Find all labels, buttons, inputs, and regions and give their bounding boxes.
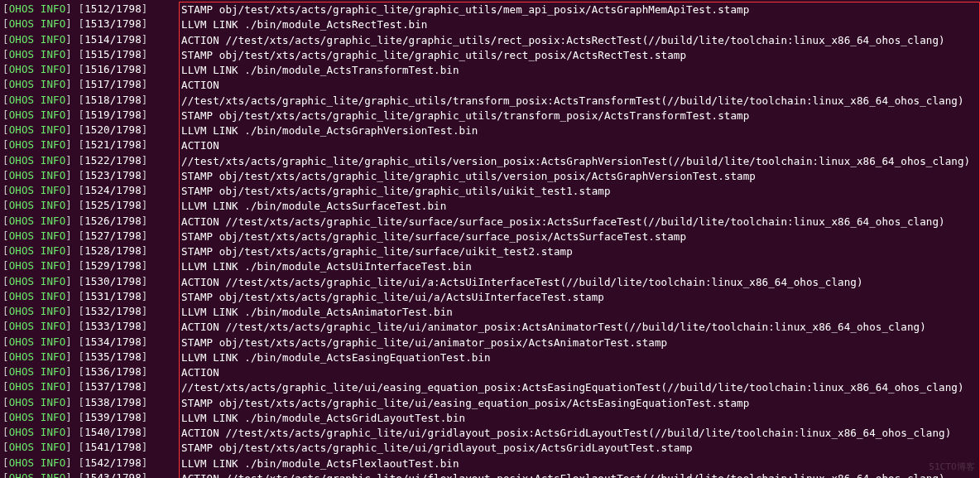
step-counter: 1541/1798 [84, 441, 142, 453]
bracket: ] [65, 426, 78, 438]
bracket: ] [65, 471, 78, 478]
bracket: ] [142, 350, 148, 363]
log-message: STAMP obj/test/xts/acts/graphic_lite/gra… [181, 49, 686, 61]
log-message: ACTION //test/xts/acts/graphic_lite/ui/f… [181, 472, 945, 478]
log-message: ACTION //test/xts/acts/graphic_lite/ui/a… [181, 276, 863, 288]
log-level: OHOS INFO [9, 244, 66, 257]
log-level: OHOS INFO [9, 48, 66, 60]
bracket: [ [2, 229, 9, 242]
bracket: [ [2, 78, 9, 90]
log-message: LLVM LINK ./bin/module_ActsGridLayoutTes… [181, 412, 465, 424]
bracket: [ [2, 290, 9, 302]
bracket: ] [65, 154, 78, 167]
bracket: ] [65, 215, 78, 227]
bracket: [ [2, 456, 9, 469]
log-message: STAMP obj/test/xts/acts/graphic_lite/ui/… [181, 291, 604, 303]
bracket: [ [2, 441, 9, 453]
log-message: ACTION //test/xts/acts/graphic_lite/grap… [181, 139, 970, 167]
step-counter: 1528/1798 [84, 244, 142, 257]
log-level: OHOS INFO [9, 411, 66, 423]
bracket: ] [65, 350, 78, 363]
step-counter: 1536/1798 [84, 365, 142, 378]
log-message: STAMP obj/test/xts/acts/graphic_lite/ui/… [181, 336, 667, 349]
step-counter: 1525/1798 [84, 199, 142, 211]
bracket: [ [2, 199, 9, 211]
bracket: ] [142, 48, 148, 60]
bracket: ] [142, 229, 148, 242]
bracket: [ [2, 411, 9, 423]
log-level: OHOS INFO [9, 109, 66, 121]
log-level: OHOS INFO [9, 380, 66, 393]
bracket: ] [142, 184, 148, 196]
bracket: ] [142, 199, 148, 211]
log-level: OHOS INFO [9, 17, 66, 30]
log-level: OHOS INFO [9, 123, 66, 136]
bracket: ] [65, 320, 78, 332]
step-counter: 1524/1798 [84, 184, 142, 196]
step-counter: 1514/1798 [84, 33, 142, 46]
bracket: ] [142, 380, 148, 393]
bracket: ] [142, 336, 148, 348]
bracket: ] [142, 320, 148, 332]
bracket: [ [2, 426, 9, 438]
step-counter: 1533/1798 [84, 320, 142, 332]
step-counter: 1534/1798 [84, 336, 142, 348]
bracket: ] [142, 305, 148, 317]
step-counter: 1540/1798 [84, 426, 142, 438]
step-counter: 1532/1798 [84, 305, 142, 317]
bracket: ] [142, 441, 148, 453]
log-level: OHOS INFO [9, 456, 66, 469]
bracket: [ [2, 244, 9, 257]
log-level: OHOS INFO [9, 305, 66, 317]
log-message: STAMP obj/test/xts/acts/graphic_lite/gra… [181, 185, 611, 197]
bracket: ] [142, 94, 148, 106]
bracket: ] [65, 138, 78, 151]
bracket: [ [2, 169, 9, 181]
bracket: ] [142, 169, 148, 181]
bracket: [ [2, 94, 9, 106]
step-counter: 1520/1798 [84, 123, 142, 136]
bracket: ] [65, 184, 78, 196]
step-counter: 1543/1798 [84, 471, 142, 478]
step-counter: 1539/1798 [84, 411, 142, 423]
log-message: STAMP obj/test/xts/acts/graphic_lite/ui/… [181, 442, 693, 454]
bracket: [ [2, 138, 9, 151]
step-counter: 1516/1798 [84, 63, 142, 75]
bracket: [ [2, 320, 9, 332]
bracket: [ [2, 380, 9, 393]
step-counter: 1542/1798 [84, 456, 142, 469]
bracket: [ [2, 215, 9, 227]
bracket: [ [2, 275, 9, 287]
bracket: [ [2, 33, 9, 46]
bracket: ] [142, 471, 148, 478]
bracket: ] [142, 33, 148, 46]
bracket: ] [65, 380, 78, 393]
step-counter: 1512/1798 [84, 2, 142, 15]
step-counter: 1521/1798 [84, 138, 142, 151]
step-counter: 1529/1798 [84, 259, 142, 272]
bracket: [ [2, 350, 9, 363]
bracket: ] [142, 290, 148, 302]
bracket: ] [65, 441, 78, 453]
log-message: LLVM LINK ./bin/module_ActsEasingEquatio… [181, 351, 491, 364]
bracket: ] [142, 78, 148, 90]
log-level: OHOS INFO [9, 184, 66, 196]
bracket: ] [142, 426, 148, 438]
selection-box: STAMP obj/test/xts/acts/graphic_lite/gra… [179, 2, 980, 478]
log-level: OHOS INFO [9, 63, 66, 75]
log-level: OHOS INFO [9, 215, 66, 227]
bracket: ] [65, 94, 78, 106]
log-level: OHOS INFO [9, 169, 66, 181]
step-counter: 1530/1798 [84, 275, 142, 287]
log-message: LLVM LINK ./bin/module_ActsTransformTest… [181, 64, 459, 76]
log-message: STAMP obj/test/xts/acts/graphic_lite/sur… [181, 230, 686, 243]
bracket: ] [65, 109, 78, 121]
log-level: OHOS INFO [9, 78, 66, 90]
log-message: LLVM LINK ./bin/module_ActsRectTest.bin [181, 18, 427, 31]
bracket: [ [2, 109, 9, 121]
bracket: ] [65, 259, 78, 272]
bracket: ] [65, 199, 78, 211]
step-counter: 1531/1798 [84, 290, 142, 302]
log-message: STAMP obj/test/xts/acts/graphic_lite/gra… [181, 170, 756, 182]
bracket: ] [142, 259, 148, 272]
